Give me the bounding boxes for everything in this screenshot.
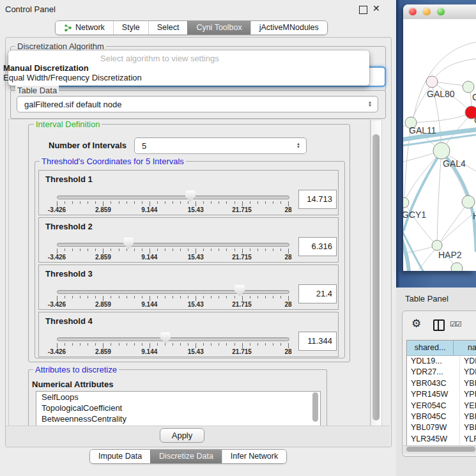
- network-edge[interactable]: [440, 203, 468, 243]
- threshold-box-1: Threshold 1-3.4262.8599.14415.4321.71528…: [38, 170, 339, 215]
- scale-tick-label: 15.43: [188, 206, 204, 213]
- horizontal-scrollbar-thumb[interactable]: [406, 447, 475, 452]
- apply-button[interactable]: Apply: [160, 428, 204, 443]
- slider-track[interactable]: [57, 196, 289, 199]
- tab-label: Cyni Toolbox: [196, 21, 242, 35]
- numerical-attributes-list[interactable]: SelfLoopsTopologicalCoefficientBetweenne…: [36, 391, 321, 427]
- control-panel-window: Control Panel ✕ NetworkStyleSelectCyni T…: [0, 0, 396, 476]
- tab-select[interactable]: Select: [148, 21, 188, 35]
- scale-tick-label: 28: [284, 254, 291, 261]
- scale-tick-label: 9.144: [141, 206, 157, 213]
- network-node-h[interactable]: [462, 196, 475, 208]
- attribute-list-item[interactable]: TopologicalCoefficient: [36, 403, 320, 413]
- mac-zoom-button[interactable]: [437, 8, 445, 15]
- tab-style[interactable]: Style: [113, 21, 148, 35]
- network-node-ga[interactable]: [463, 81, 474, 93]
- table-row[interactable]: YER054CYER0: [407, 401, 476, 411]
- scale-tick-label: 28: [284, 301, 291, 308]
- slider-track[interactable]: [57, 337, 289, 341]
- network-node[interactable]: [451, 263, 463, 271]
- table-cell: YPR1: [460, 389, 476, 400]
- tab-infer-network[interactable]: Infer Network: [222, 450, 286, 463]
- scale-tick-label: 21.715: [232, 206, 252, 213]
- threshold-value-field[interactable]: 6.316: [298, 237, 337, 256]
- split-columns-icon[interactable]: [433, 319, 445, 331]
- slider-handle[interactable]: [185, 190, 196, 202]
- top-tab-bar: NetworkStyleSelectCyni ToolboxjActiveMNo…: [55, 20, 328, 35]
- spinner-down-icon: ▼: [296, 146, 300, 149]
- mac-minimize-button[interactable]: [423, 8, 431, 15]
- spinner-arrows-icon[interactable]: ▲▼: [368, 101, 378, 107]
- threshold-label: Threshold 4: [45, 316, 93, 326]
- table-row[interactable]: YPR145WYPR1: [407, 389, 476, 400]
- tab-network[interactable]: Network: [56, 21, 113, 35]
- float-window-icon[interactable]: [359, 6, 367, 14]
- attributes-scrollbar-thumb[interactable]: [312, 392, 318, 422]
- network-node-label: GAL11: [409, 125, 436, 135]
- tab-label: Impute Data: [98, 450, 142, 463]
- table-data-combobox[interactable]: galFiltered.sif default node ▲▼: [17, 96, 378, 112]
- threshold-value-field[interactable]: 14.713: [298, 190, 337, 209]
- network-edge[interactable]: [413, 113, 471, 123]
- table-row[interactable]: YBR045CYBR0: [407, 411, 476, 422]
- checkbox-icons[interactable]: ☑☑: [450, 320, 461, 328]
- tab-jactivemnodules[interactable]: jActiveMNodules: [250, 21, 327, 35]
- tab-label: jActiveMNodules: [259, 21, 319, 35]
- spinner-down-icon: ▼: [368, 104, 372, 107]
- table-row[interactable]: YBL079WYBL0: [407, 422, 476, 433]
- network-canvas[interactable]: GAL80GACGAL11GAL4GCY1HHAP2: [403, 19, 476, 271]
- table-row[interactable]: YLR345WYLR3: [407, 434, 476, 445]
- network-node-gcy1[interactable]: [403, 197, 409, 208]
- tab-cyni-toolbox[interactable]: Cyni Toolbox: [187, 21, 250, 35]
- table-column-header[interactable]: shared...: [407, 341, 454, 355]
- table-cell: YDL19...: [407, 356, 460, 367]
- number-of-intervals-combobox[interactable]: 5 ▲▼: [134, 137, 307, 154]
- table-cell: YER054C: [407, 401, 460, 411]
- network-node-hap2[interactable]: [432, 240, 442, 250]
- table-header-row: shared...na: [407, 341, 476, 356]
- threshold-value-field[interactable]: 11.344: [298, 332, 337, 351]
- scale-tick-label: 28: [284, 206, 291, 213]
- window-title: Control Panel: [5, 4, 56, 14]
- network-edge[interactable]: [437, 153, 441, 243]
- network-edge[interactable]: [438, 211, 476, 245]
- table-panel-title: Table Panel: [405, 294, 449, 303]
- table-cell: YBR043C: [407, 378, 460, 389]
- popup-item-equal-width-frequency[interactable]: Equal Width/Frequency Discretization: [2, 73, 360, 82]
- vertical-scrollbar-thumb[interactable]: [372, 134, 380, 420]
- spinner-arrows-icon[interactable]: ▲▼: [296, 142, 306, 149]
- network-node-gal80[interactable]: [426, 76, 438, 88]
- attribute-list-item[interactable]: BetweennessCentrality: [36, 413, 320, 424]
- network-node-gal4[interactable]: [433, 142, 450, 159]
- popup-item-manual-discretization[interactable]: Manual Discretization: [2, 63, 360, 73]
- node-table[interactable]: shared...na YDL19...YDL1YDR27...YDR2YBR0…: [406, 340, 476, 447]
- table-row[interactable]: YDR27...YDR2: [407, 367, 476, 378]
- scale-tick-label: 21.715: [232, 301, 252, 308]
- mac-close-button[interactable]: [409, 8, 417, 15]
- network-node-label: GCY1: [403, 210, 426, 220]
- slider-track[interactable]: [57, 243, 289, 247]
- number-of-intervals-label: Number of Intervals: [49, 141, 127, 150]
- attribute-list-item[interactable]: SelfLoops: [36, 392, 320, 403]
- tab-discretize-data[interactable]: Discretize Data: [150, 450, 222, 463]
- slider-track[interactable]: [57, 290, 289, 294]
- scale-tick-label: 2.859: [95, 254, 111, 261]
- table-row[interactable]: YDL19...YDL1: [407, 356, 476, 367]
- scale-tick-label: -3.426: [48, 254, 66, 261]
- slider-handle[interactable]: [234, 285, 245, 296]
- scale-tick-label: 28: [284, 348, 291, 355]
- tab-label: Infer Network: [231, 450, 278, 463]
- gear-icon[interactable]: ⚙: [411, 317, 421, 330]
- discretization-algorithm-group-title: Discretization Algorithm: [15, 42, 106, 51]
- slider-handle[interactable]: [160, 332, 171, 344]
- slider-handle[interactable]: [123, 238, 134, 249]
- threshold-value-field[interactable]: 21.4: [298, 284, 337, 303]
- network-edge[interactable]: [419, 247, 437, 270]
- close-icon[interactable]: ✕: [372, 3, 380, 13]
- network-node-label: GAL4: [443, 158, 466, 169]
- table-column-header[interactable]: na: [454, 341, 476, 355]
- network-window-titlebar[interactable]: [403, 4, 476, 20]
- tab-impute-data[interactable]: Impute Data: [90, 450, 150, 463]
- slider-scale-labels: -3.4262.8599.14415.4321.71528: [57, 301, 288, 308]
- table-row[interactable]: YBR043CYBR0: [407, 378, 476, 389]
